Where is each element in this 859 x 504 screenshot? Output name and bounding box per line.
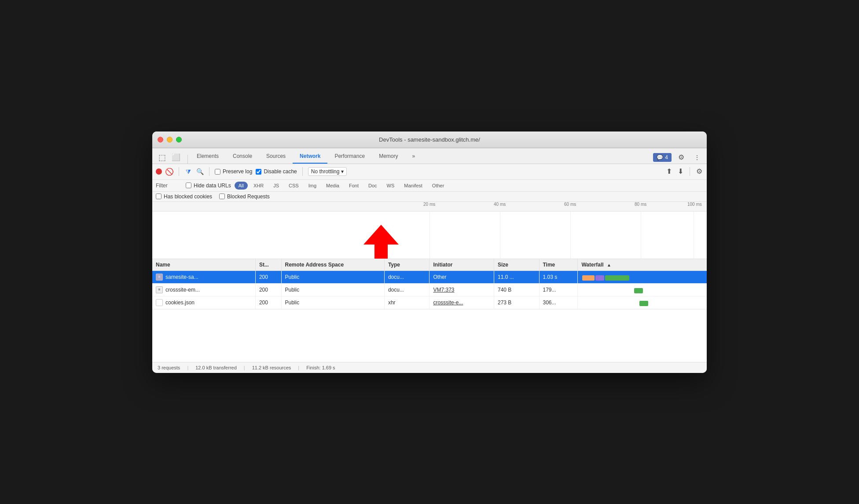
inspect-icon[interactable]: ⬚: [156, 151, 168, 164]
file-icon: ≡: [156, 274, 163, 281]
device-icon[interactable]: ⬜: [170, 151, 182, 164]
close-button[interactable]: [158, 137, 163, 142]
ruler-100ms: 100 ms: [687, 202, 702, 207]
cell-status: 200: [255, 270, 281, 283]
filter-row: Filter Hide data URLs All XHR JS CSS Img…: [152, 180, 707, 192]
cell-type: docu...: [384, 283, 430, 296]
col-initiator[interactable]: Initiator: [430, 259, 494, 271]
export-icon[interactable]: ⬇: [676, 167, 684, 175]
disable-cache-checkbox[interactable]: [256, 169, 261, 175]
throttle-select[interactable]: No throttling ▾: [308, 167, 347, 176]
transferred-size: 12.0 kB transferred: [195, 365, 237, 370]
table-row[interactable]: cookies.json 200 Public xhr crosssite-e.…: [152, 296, 707, 309]
ruler-40ms: 40 ms: [494, 202, 506, 207]
requests-count: 3 requests: [158, 365, 180, 370]
network-toolbar: 🚫 ⧩ 🔍 Preserve log Disable cache No thro…: [152, 164, 707, 180]
cell-name: ≡ samesite-sa...: [152, 270, 255, 283]
disable-cache-label[interactable]: Disable cache: [256, 168, 297, 175]
filter-manifest[interactable]: Manifest: [400, 182, 426, 190]
settings-icon[interactable]: ⚙: [675, 151, 687, 164]
hide-data-urls-checkbox[interactable]: [186, 183, 191, 188]
ruler-60ms: 60 ms: [564, 202, 576, 207]
col-size[interactable]: Size: [494, 259, 539, 271]
cell-status: 200: [255, 283, 281, 296]
col-type[interactable]: Type: [384, 259, 430, 271]
hide-data-urls-label[interactable]: Hide data URLs: [186, 183, 231, 189]
maximize-button[interactable]: [176, 137, 182, 142]
filter-ws[interactable]: WS: [383, 182, 399, 190]
search-icon[interactable]: 🔍: [196, 168, 204, 175]
preserve-log-label[interactable]: Preserve log: [215, 168, 252, 175]
col-time[interactable]: Time: [539, 259, 578, 271]
cell-name: cookies.json: [152, 296, 255, 309]
waterfall-bar-green: [634, 288, 643, 293]
chevron-down-icon: ▾: [341, 168, 344, 175]
col-name[interactable]: Name: [152, 259, 255, 271]
import-icon[interactable]: ⬆: [665, 167, 673, 175]
title-bar: DevTools - samesite-sandbox.glitch.me/: [152, 131, 707, 148]
filter-font[interactable]: Font: [345, 182, 363, 190]
tab-performance[interactable]: Performance: [327, 150, 372, 164]
clear-icon[interactable]: 🚫: [165, 168, 173, 175]
filter-xhr[interactable]: XHR: [250, 182, 268, 190]
waterfall-bar-green: [605, 275, 629, 281]
badge-count: 4: [665, 154, 668, 161]
svg-marker-0: [363, 225, 399, 259]
tab-elements[interactable]: Elements: [190, 150, 226, 164]
cell-time: 1.03 s: [539, 270, 578, 283]
blocked-requests-checkbox[interactable]: [219, 194, 225, 199]
timeline-area: 20 ms 40 ms 60 ms 80 ms 100 ms: [152, 202, 707, 259]
tab-memory[interactable]: Memory: [372, 150, 405, 164]
cell-waterfall: [578, 296, 707, 309]
filter-all[interactable]: All: [235, 182, 248, 190]
cell-type: xhr: [384, 296, 430, 309]
filter-other[interactable]: Other: [428, 182, 448, 190]
filter-doc[interactable]: Doc: [364, 182, 381, 190]
cell-remote-address: Public: [281, 283, 384, 296]
has-blocked-cookies-checkbox[interactable]: [156, 194, 162, 199]
filter-js[interactable]: JS: [269, 182, 283, 190]
waterfall-bar-orange: [582, 275, 595, 281]
network-table-container: Name St... Remote Address Space Type Ini…: [152, 259, 707, 309]
more-options-icon[interactable]: ⋮: [691, 151, 703, 164]
has-blocked-cookies-label[interactable]: Has blocked cookies: [156, 194, 212, 200]
cell-status: 200: [255, 296, 281, 309]
ruler-80ms: 80 ms: [635, 202, 646, 207]
filter-type-buttons: All XHR JS CSS Img Media Font Doc WS Man…: [235, 182, 448, 190]
waterfall-bar-green: [639, 301, 648, 306]
col-status[interactable]: St...: [255, 259, 281, 271]
tab-sources[interactable]: Sources: [259, 150, 293, 164]
blocked-requests-label[interactable]: Blocked Requests: [219, 194, 270, 200]
finish-time: Finish: 1.69 s: [306, 365, 335, 370]
table-row[interactable]: ≡ crosssite-em... 200 Public docu... VM7…: [152, 283, 707, 296]
record-button[interactable]: [156, 168, 162, 175]
cell-remote-address: Public: [281, 296, 384, 309]
timeline-wrapper: 20 ms 40 ms 60 ms 80 ms 100 ms: [152, 202, 707, 309]
message-icon: 💬: [657, 154, 663, 161]
preserve-log-checkbox[interactable]: [215, 169, 220, 175]
cell-waterfall: [578, 283, 707, 296]
cell-time: 306...: [539, 296, 578, 309]
messages-badge[interactable]: 💬 4: [653, 153, 672, 162]
cell-size: 740 B: [494, 283, 539, 296]
col-waterfall[interactable]: Waterfall ▲: [578, 259, 707, 271]
cell-remote-address: Public: [281, 270, 384, 283]
cell-initiator: VM7:373: [430, 283, 494, 296]
filter-icon[interactable]: ⧩: [184, 168, 192, 175]
cell-initiator: crosssite-e...: [430, 296, 494, 309]
tab-more[interactable]: »: [405, 150, 422, 164]
cookie-filter-row: Has blocked cookies Blocked Requests: [152, 192, 707, 202]
tab-network[interactable]: Network: [293, 150, 327, 164]
tab-console[interactable]: Console: [226, 150, 259, 164]
network-settings-icon[interactable]: ⚙: [695, 167, 703, 175]
filter-media[interactable]: Media: [322, 182, 343, 190]
cell-name: ≡ crosssite-em...: [152, 283, 255, 296]
filter-img[interactable]: Img: [305, 182, 320, 190]
table-row[interactable]: ≡ samesite-sa... 200 Public docu... Othe…: [152, 270, 707, 283]
minimize-button[interactable]: [167, 137, 173, 142]
window-title: DevTools - samesite-sandbox.glitch.me/: [379, 136, 480, 143]
file-icon: [156, 299, 163, 306]
col-remote-address[interactable]: Remote Address Space: [281, 259, 384, 271]
filter-css[interactable]: CSS: [285, 182, 303, 190]
filter-label: Filter: [156, 183, 182, 189]
